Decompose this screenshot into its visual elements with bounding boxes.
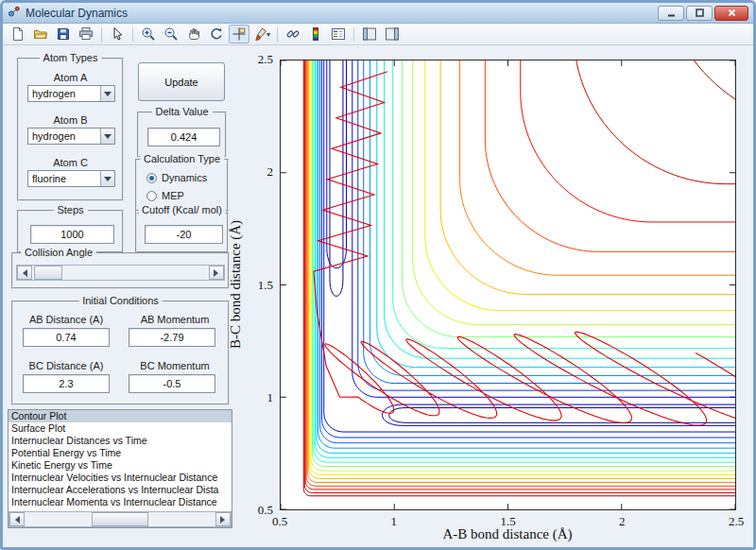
minimize-button[interactable] xyxy=(658,6,684,21)
insert-colorbar-button[interactable] xyxy=(305,25,326,43)
arrow-right-icon xyxy=(214,269,222,277)
ab-distance-label: AB Distance (A) xyxy=(13,314,119,325)
zoom-in-button[interactable] xyxy=(138,25,159,43)
new-document-button[interactable] xyxy=(8,25,28,43)
dynamics-radio[interactable]: Dynamics xyxy=(146,172,207,183)
hide-plot-tools-button[interactable] xyxy=(382,25,403,43)
y-tick-label: 1.5 xyxy=(258,278,273,293)
mep-radio-label: MEP xyxy=(162,190,184,201)
scrollbar-left-arrow[interactable] xyxy=(9,512,25,526)
y-tick-label: 0.5 xyxy=(258,503,273,518)
list-item-surface-plot[interactable]: Surface Plot xyxy=(9,422,232,435)
atom-a-label: Atom A xyxy=(19,72,122,83)
show-plot-tools-button[interactable] xyxy=(359,25,380,43)
atom-b-dropdown-arrow[interactable] xyxy=(100,129,114,144)
bc-momentum-field[interactable]: -0.5 xyxy=(129,374,215,393)
list-item-potential-energy[interactable]: Potential Energy vs Time xyxy=(9,447,232,459)
list-item-internuclear-momenta[interactable]: Internuclear Momenta vs Internuclear Dis… xyxy=(9,496,232,508)
list-item-internuclear-distances[interactable]: Internuclear Distances vs Time xyxy=(9,435,232,447)
rotate-3d-button[interactable] xyxy=(206,25,227,43)
list-item-contour-plot[interactable]: Contour Plot xyxy=(9,410,232,422)
chevron-down-icon xyxy=(104,134,112,143)
atom-c-dropdown[interactable]: fluorine xyxy=(27,170,115,187)
new-document-icon xyxy=(10,26,26,42)
cutoff-field[interactable]: -20 xyxy=(145,225,223,244)
collision-angle-slider[interactable] xyxy=(16,265,225,281)
brush-dropdown-caret[interactable]: ▾ xyxy=(266,30,270,39)
delta-value-field[interactable]: 0.424 xyxy=(147,128,220,146)
atom-b-label: Atom B xyxy=(19,114,122,126)
initial-conditions-title: Initial Conditions xyxy=(78,295,163,306)
open-file-button[interactable] xyxy=(30,25,51,43)
toolbar-separator xyxy=(353,27,354,42)
app-icon xyxy=(8,5,21,22)
titlebar[interactable]: Molecular Dynamics xyxy=(3,3,753,24)
app-window: Molecular Dynamics ▾ Atom Types Atom A xyxy=(0,0,756,550)
data-cursor-button[interactable] xyxy=(229,25,249,43)
chevron-down-icon xyxy=(104,177,112,185)
scrollbar-track[interactable] xyxy=(25,512,215,526)
steps-field[interactable]: 1000 xyxy=(30,225,114,244)
x-tick-label: 2.5 xyxy=(729,514,744,529)
listbox-horizontal-scrollbar[interactable] xyxy=(9,511,232,527)
atom-b-dropdown[interactable]: hydrogen xyxy=(27,128,115,145)
pan-hand-icon xyxy=(186,26,201,42)
close-icon xyxy=(728,9,736,17)
pan-button[interactable] xyxy=(183,25,204,43)
print-button[interactable] xyxy=(76,25,96,43)
y-tick-label: 2.5 xyxy=(258,52,273,67)
scrollbar-thumb[interactable] xyxy=(92,512,149,526)
scrollbar-right-arrow[interactable] xyxy=(215,512,231,526)
edit-plot-arrow-icon xyxy=(110,26,125,42)
slider-thumb[interactable] xyxy=(34,266,62,280)
update-button[interactable]: Update xyxy=(138,62,225,101)
ab-distance-field[interactable]: 0.74 xyxy=(23,328,110,347)
slider-track[interactable] xyxy=(32,266,209,280)
zoom-out-button[interactable] xyxy=(161,25,181,43)
slider-right-arrow[interactable] xyxy=(209,266,224,280)
zoom-in-icon xyxy=(141,26,156,42)
list-item-internuclear-velocities[interactable]: Internuclear Velocities vs Internuclear … xyxy=(9,472,232,484)
bc-distance-field[interactable]: 2.3 xyxy=(23,374,110,393)
cutoff-panel: Cutoff (Kcal/ mol) -20 xyxy=(135,210,229,253)
toolbar-separator xyxy=(277,27,278,42)
ab-momentum-field[interactable]: -2.79 xyxy=(129,328,215,347)
cutoff-title: Cutoff (Kcal/ mol) xyxy=(138,204,226,215)
maximize-button[interactable] xyxy=(686,6,713,21)
legend-icon xyxy=(331,26,346,42)
minimize-icon xyxy=(667,9,676,17)
close-button[interactable] xyxy=(714,6,748,21)
data-cursor-icon xyxy=(232,26,247,42)
atom-c-dropdown-arrow[interactable] xyxy=(100,171,114,186)
edit-plot-button[interactable] xyxy=(107,25,128,43)
list-item-internuclear-accelerations[interactable]: Internuclear Accelerations vs Internucle… xyxy=(9,484,232,496)
plot-type-listbox[interactable]: Contour Plot Surface Plot Internuclear D… xyxy=(8,409,232,528)
atom-types-panel: Atom Types Atom A hydrogen Atom B hydrog… xyxy=(17,58,124,201)
contour-plot-canvas[interactable] xyxy=(280,60,736,510)
insert-legend-button[interactable] xyxy=(328,25,349,43)
atom-c-label: Atom C xyxy=(19,157,122,168)
atom-a-dropdown-arrow[interactable] xyxy=(100,86,114,101)
ab-momentum-label: AB Momentum xyxy=(122,314,228,325)
slider-left-arrow[interactable] xyxy=(17,266,32,280)
atom-c-value: fluorine xyxy=(32,173,66,184)
hide-plot-tools-icon xyxy=(385,26,400,42)
atom-a-dropdown[interactable]: hydrogen xyxy=(27,85,115,102)
x-tick-label: 2 xyxy=(619,514,626,529)
atom-b-value: hydrogen xyxy=(32,130,76,142)
arrow-right-icon xyxy=(220,516,229,524)
list-item-kinetic-energy[interactable]: Kinetic Energy vs Time xyxy=(9,459,232,472)
toolbar-separator xyxy=(101,27,102,42)
open-file-icon xyxy=(33,26,48,42)
atom-types-title: Atom Types xyxy=(40,52,102,63)
mep-radio[interactable]: MEP xyxy=(146,190,184,201)
delta-value-panel: Delta Value 0.424 xyxy=(137,112,227,158)
toolbar-separator xyxy=(132,27,133,42)
link-plot-button[interactable] xyxy=(283,25,303,43)
colorbar-icon xyxy=(308,26,323,42)
save-button[interactable] xyxy=(53,25,74,43)
dynamics-radio-label: Dynamics xyxy=(162,172,207,183)
brush-button[interactable]: ▾ xyxy=(251,25,272,43)
print-icon xyxy=(78,26,94,42)
x-tick-label: 1 xyxy=(391,514,398,529)
